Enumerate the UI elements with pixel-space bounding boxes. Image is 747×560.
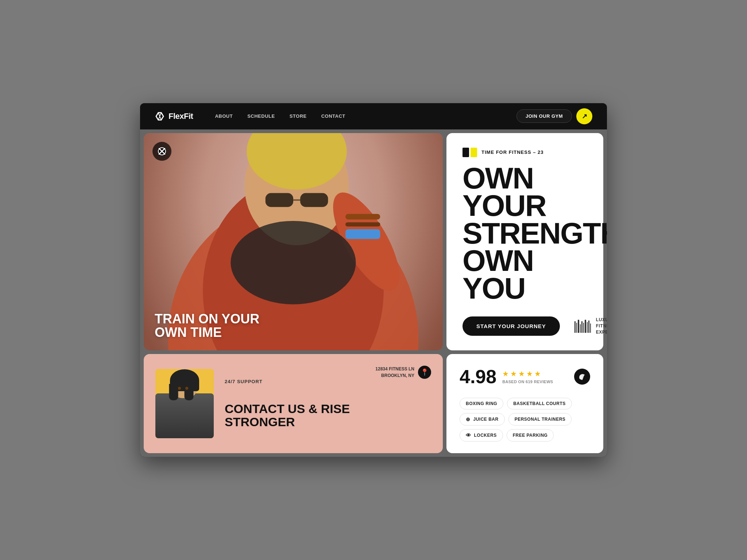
dumbbell-icon: ⊕ (466, 416, 471, 422)
nav-right: JOIN OUR GYM ↗ (516, 108, 592, 124)
nav-store[interactable]: STORE (290, 113, 307, 119)
nav-schedule[interactable]: SCHEDULE (247, 113, 275, 119)
start-journey-button[interactable]: START YOUR JOURNEY (462, 316, 560, 336)
amenities-card: 4.98 ★ ★ ★ ★ ★ BASED ON 619 REVIEWS (446, 354, 603, 453)
tag-basketball-courts: BASKETBALL COURTS (507, 398, 572, 409)
stars-row: ★ ★ ★ ★ ★ (502, 369, 553, 378)
tag-free-parking-label: FREE PARKING (513, 433, 548, 438)
logo-icon (155, 111, 165, 121)
logo-text: FlexFit (169, 112, 193, 121)
tag-personal-trainers-label: PERSONAL TRAINERS (515, 417, 566, 422)
star-3: ★ (518, 369, 525, 378)
location-pin-icon[interactable]: 📍 (418, 366, 431, 379)
lockers-icon: 👁 (466, 432, 471, 438)
luxury-label: LUXURY FITNESS EXPERIENCE (596, 317, 607, 335)
nav-about[interactable]: ABOUT (215, 113, 233, 119)
barcode-area: LUXURY FITNESS EXPERIENCE (574, 317, 607, 335)
review-text: BASED ON 619 REVIEWS (502, 380, 553, 384)
hero-badge: TIME FOR FITNESS – 23 (462, 148, 587, 157)
tag-boxing-ring-label: BOXING RING (466, 401, 497, 406)
headline-line3: OWN YOU (462, 244, 533, 304)
tag-basketball-courts-label: BASKETBALL COURTS (513, 401, 566, 406)
nav-contact[interactable]: CONTACT (321, 113, 345, 119)
navbar: FlexFit ABOUT SCHEDULE STORE CONTACT JOI… (140, 103, 607, 129)
badge-label: TIME FOR FITNESS – 23 (481, 149, 544, 155)
contact-card: 24/7 SUPPORT CONTACT US & RISE STRONGER … (144, 354, 443, 453)
star-1: ★ (502, 369, 509, 378)
barcode-icon (574, 320, 591, 333)
svg-rect-9 (345, 214, 380, 219)
star-4: ★ (526, 369, 533, 378)
logo-area[interactable]: FlexFit (155, 111, 193, 121)
badge-square-yellow (471, 148, 477, 157)
contact-address-row: 12834 FITNESS LN BROOKLYN, NY 📍 (375, 366, 431, 379)
nav-links: ABOUT SCHEDULE STORE CONTACT (215, 113, 495, 119)
tag-lockers: 👁 LOCKERS (460, 429, 503, 442)
arrow-icon-button[interactable]: ↗ (576, 108, 592, 124)
svg-rect-11 (345, 229, 380, 239)
browser-window: FlexFit ABOUT SCHEDULE STORE CONTACT JOI… (140, 103, 607, 457)
svg-point-12 (231, 221, 356, 304)
badge-squares (462, 148, 477, 157)
svg-rect-5 (266, 193, 293, 207)
brand-logo-icon (577, 372, 587, 381)
rating-row: 4.98 ★ ★ ★ ★ ★ BASED ON 619 REVIEWS (460, 366, 590, 388)
photo-card: TRAIN ON YOUR OWN TIME (144, 133, 443, 350)
hero-bottom: START YOUR JOURNEY (462, 316, 587, 336)
headline-line1: OWN YOUR (462, 162, 546, 222)
brand-icon-right (574, 369, 590, 385)
address-text: 12834 FITNESS LN BROOKLYN, NY (375, 366, 414, 379)
rating-left: 4.98 ★ ★ ★ ★ ★ BASED ON 619 REVIEWS (460, 366, 553, 388)
join-gym-button[interactable]: JOIN OUR GYM (516, 109, 572, 123)
rating-number: 4.98 (460, 366, 496, 388)
tag-personal-trainers: PERSONAL TRAINERS (508, 413, 572, 425)
svg-rect-6 (300, 193, 328, 207)
star-5: ★ (534, 369, 541, 378)
main-grid: TIME FOR FITNESS – 23 OWN YOUR STRENGTH,… (140, 129, 607, 457)
badge-square-black (462, 148, 469, 157)
photo-overlay-text: TRAIN ON YOUR OWN TIME (155, 312, 259, 340)
contact-photo (155, 369, 214, 438)
contact-heading: CONTACT US & RISE STRONGER (225, 402, 431, 428)
amenities-tags: BOXING RING BASKETBALL COURTS ⊕ JUICE BA… (460, 398, 590, 442)
contact-info: 24/7 SUPPORT CONTACT US & RISE STRONGER (214, 379, 431, 428)
tag-boxing-ring: BOXING RING (460, 398, 503, 409)
hero-card: TIME FOR FITNESS – 23 OWN YOUR STRENGTH,… (446, 133, 603, 350)
tag-free-parking: FREE PARKING (507, 429, 554, 442)
hero-headline: OWN YOUR STRENGTH, OWN YOU (462, 164, 587, 302)
support-label: 24/7 SUPPORT (225, 379, 431, 384)
x-icon (158, 147, 166, 156)
photo-brand-icon (152, 142, 171, 161)
star-2: ★ (510, 369, 517, 378)
rating-details: ★ ★ ★ ★ ★ BASED ON 619 REVIEWS (502, 369, 553, 384)
tag-juice-bar: ⊕ JUICE BAR (460, 413, 505, 425)
tag-juice-bar-label: JUICE BAR (473, 417, 499, 422)
svg-rect-10 (345, 222, 380, 226)
tag-lockers-label: LOCKERS (474, 433, 497, 438)
